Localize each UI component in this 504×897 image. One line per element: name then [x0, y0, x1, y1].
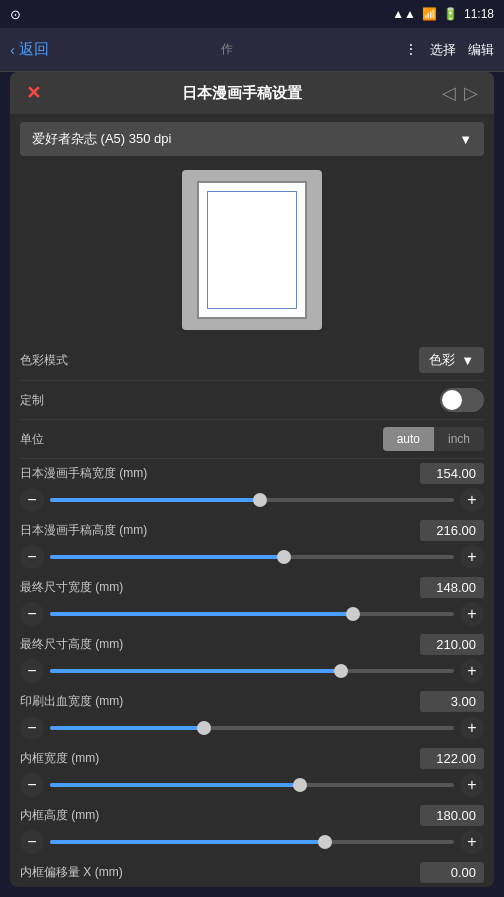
slider-label-5: 内框宽度 (mm) [20, 750, 99, 767]
slider-row-7: 内框偏移量 X (mm) 0.00 − + [20, 858, 484, 887]
unit-btn-auto[interactable]: auto [383, 427, 434, 451]
slider-fill-1 [50, 555, 284, 559]
slider-row-4: 印刷出血宽度 (mm) 3.00 − + [20, 687, 484, 744]
preset-selector[interactable]: 爱好者杂志 (A5) 350 dpi ▼ [20, 122, 484, 156]
slider-thumb-3 [334, 664, 348, 678]
slider-fill-4 [50, 726, 204, 730]
custom-row: 定制 [20, 381, 484, 420]
back-label: 返回 [19, 40, 49, 59]
slider-thumb-1 [277, 550, 291, 564]
slider-row-1: 日本漫画手稿高度 (mm) 216.00 − + [20, 516, 484, 573]
slider-thumb-4 [197, 721, 211, 735]
modal-body[interactable]: 色彩模式 色彩 ▼ 定制 单位 auto inch [10, 336, 494, 887]
slider-minus-6[interactable]: − [20, 830, 44, 854]
slider-track-1[interactable] [50, 555, 454, 559]
settings-modal: ✕ 日本漫画手稿设置 ◁ ▷ 爱好者杂志 (A5) 350 dpi ▼ 色彩模式… [10, 72, 494, 887]
nav-title: 作 [49, 41, 404, 58]
custom-toggle-container [440, 388, 484, 412]
status-right: ▲▲ 📶 🔋 11:18 [392, 7, 494, 21]
preset-value: 爱好者杂志 (A5) 350 dpi [32, 130, 171, 148]
slider-row-6: 内框高度 (mm) 180.00 − + [20, 801, 484, 858]
slider-label-2: 最终尺寸宽度 (mm) [20, 579, 123, 596]
slider-track-4[interactable] [50, 726, 454, 730]
slider-value-7: 0.00 [420, 862, 484, 883]
unit-btn-inch[interactable]: inch [434, 427, 484, 451]
slider-track-6[interactable] [50, 840, 454, 844]
slider-label-4: 印刷出血宽度 (mm) [20, 693, 123, 710]
nav-actions: ⋮ 选择 编辑 [404, 41, 494, 59]
slider-track-2[interactable] [50, 612, 454, 616]
slider-label-1: 日本漫画手稿高度 (mm) [20, 522, 147, 539]
slider-controls-1: − + [20, 545, 484, 569]
slider-track-3[interactable] [50, 669, 454, 673]
slider-controls-4: − + [20, 716, 484, 740]
slider-track-5[interactable] [50, 783, 454, 787]
color-mode-arrow-icon: ▼ [461, 353, 474, 368]
back-button[interactable]: ‹ 返回 [10, 40, 49, 59]
battery-icon: 🔋 [443, 7, 458, 21]
slider-value-5: 122.00 [420, 748, 484, 769]
modal-title: 日本漫画手稿设置 [41, 84, 442, 103]
slider-minus-2[interactable]: − [20, 602, 44, 626]
app-icon: ⊙ [10, 7, 21, 22]
slider-controls-3: − + [20, 659, 484, 683]
slider-label-3: 最终尺寸高度 (mm) [20, 636, 123, 653]
slider-thumb-6 [318, 835, 332, 849]
select-label[interactable]: 选择 [430, 41, 456, 59]
slider-plus-2[interactable]: + [460, 602, 484, 626]
slider-minus-4[interactable]: − [20, 716, 44, 740]
slider-row-2: 最终尺寸宽度 (mm) 148.00 − + [20, 573, 484, 630]
slider-plus-6[interactable]: + [460, 830, 484, 854]
status-bar: ⊙ ▲▲ 📶 🔋 11:18 [0, 0, 504, 28]
slider-plus-4[interactable]: + [460, 716, 484, 740]
slider-minus-5[interactable]: − [20, 773, 44, 797]
slider-controls-0: − + [20, 488, 484, 512]
slider-minus-0[interactable]: − [20, 488, 44, 512]
slider-plus-5[interactable]: + [460, 773, 484, 797]
slider-row-3: 最终尺寸高度 (mm) 210.00 − + [20, 630, 484, 687]
slider-value-2: 148.00 [420, 577, 484, 598]
slider-label-7: 内框偏移量 X (mm) [20, 864, 123, 881]
color-mode-value: 色彩 [429, 351, 455, 369]
wifi-icon: ▲▲ [392, 7, 416, 21]
slider-controls-6: − + [20, 830, 484, 854]
slider-thumb-5 [293, 778, 307, 792]
signal-icon: 📶 [422, 7, 437, 21]
slider-fill-5 [50, 783, 300, 787]
slider-plus-3[interactable]: + [460, 659, 484, 683]
close-button[interactable]: ✕ [26, 82, 41, 104]
nav-next-icon[interactable]: ▷ [464, 82, 478, 104]
nav-prev-icon[interactable]: ◁ [442, 82, 456, 104]
time-display: 11:18 [464, 7, 494, 21]
slider-value-4: 3.00 [420, 691, 484, 712]
slider-controls-5: − + [20, 773, 484, 797]
canvas-preview [182, 170, 322, 330]
toggle-knob [442, 390, 462, 410]
slider-fill-0 [50, 498, 260, 502]
slider-fill-2 [50, 612, 353, 616]
custom-toggle[interactable] [440, 388, 484, 412]
slider-thumb-0 [253, 493, 267, 507]
slider-plus-0[interactable]: + [460, 488, 484, 512]
slider-value-6: 180.00 [420, 805, 484, 826]
slider-track-0[interactable] [50, 498, 454, 502]
more-icon[interactable]: ⋮ [404, 41, 418, 59]
back-chevron-icon: ‹ [10, 41, 15, 58]
modal-nav-icons: ◁ ▷ [442, 82, 478, 104]
slider-minus-3[interactable]: − [20, 659, 44, 683]
slider-plus-1[interactable]: + [460, 545, 484, 569]
edit-label[interactable]: 编辑 [468, 41, 494, 59]
custom-label: 定制 [20, 392, 44, 409]
slider-controls-2: − + [20, 602, 484, 626]
slider-minus-1[interactable]: − [20, 545, 44, 569]
slider-label-0: 日本漫画手稿宽度 (mm) [20, 465, 147, 482]
slider-row-5: 内框宽度 (mm) 122.00 − + [20, 744, 484, 801]
preset-arrow-icon: ▼ [459, 132, 472, 147]
slider-row-0: 日本漫画手稿宽度 (mm) 154.00 − + [20, 459, 484, 516]
top-nav: ‹ 返回 作 ⋮ 选择 编辑 [0, 28, 504, 72]
color-mode-label: 色彩模式 [20, 352, 68, 369]
slider-value-3: 210.00 [420, 634, 484, 655]
color-mode-dropdown[interactable]: 色彩 ▼ [419, 347, 484, 373]
color-mode-row: 色彩模式 色彩 ▼ [20, 340, 484, 381]
slider-label-6: 内框高度 (mm) [20, 807, 99, 824]
